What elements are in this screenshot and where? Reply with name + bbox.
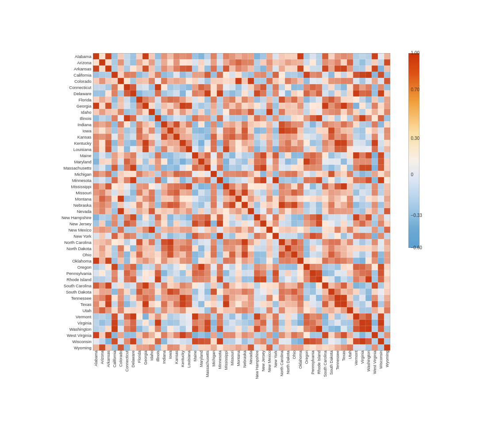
row-label-north-dakota: North Dakota — [51, 245, 93, 251]
col-label-mississippi: Mississippi — [223, 351, 229, 404]
row-label-idaho: Idaho — [51, 109, 93, 115]
row-label-north-carolina: North Carolina — [51, 239, 93, 245]
row-label-new-hampshire: New Hampshire — [51, 214, 93, 220]
col-label-north-dakota: North Dakota — [285, 351, 291, 404]
row-label-connecticut: Connecticut — [51, 84, 93, 90]
heatmap-row-col: AlabamaArizonaArkansasCaliforniaColorado… — [51, 53, 390, 404]
col-label-kansas: Kansas — [173, 351, 180, 404]
col-label-michigan: Michigan — [211, 351, 217, 404]
row-label-kansas: Kansas — [51, 134, 93, 140]
row-label-nebraska: Nebraska — [51, 202, 93, 208]
row-label-pennsylvania: Pennsylvania — [51, 270, 93, 276]
col-label-missouri: Missouri — [229, 351, 235, 404]
col-label-kentucky: Kentucky — [180, 351, 186, 404]
col-label-nevada: Nevada — [248, 351, 254, 404]
col-label-oregon: Oregon — [304, 351, 310, 404]
col-label-florida: Florida — [136, 351, 142, 404]
row-label-missouri: Missouri — [51, 189, 93, 196]
main-area: AlabamaArizonaArkansasCaliforniaColorado… — [46, 49, 431, 404]
row-label-tennessee: Tennessee — [51, 295, 93, 301]
chart-container: AlabamaArizonaArkansasCaliforniaColorado… — [0, 0, 477, 448]
col-label-virginia: Virginia — [359, 351, 365, 404]
col-label-oklahoma: Oklahoma — [297, 351, 304, 404]
col-label-georgia: Georgia — [142, 351, 149, 404]
col-label-iowa: Iowa — [167, 351, 173, 404]
row-label-mississippi: Mississippi — [51, 183, 93, 189]
col-label-nebraska: Nebraska — [242, 351, 248, 404]
col-label-maryland: Maryland — [198, 351, 204, 404]
row-labels-col: AlabamaArizonaArkansasCaliforniaColorado… — [51, 53, 93, 404]
row-label-michigan: Michigan — [51, 171, 93, 177]
col-label-minnesota: Minnesota — [217, 351, 223, 404]
col-label-louisiana: Louisiana — [186, 351, 192, 404]
row-label-delaware: Delaware — [51, 90, 93, 97]
col-label-rhode-island: Rhode Island — [316, 351, 322, 404]
col-label-arkansas: Arkansas — [105, 351, 112, 404]
row-label-new-york: New York — [51, 233, 93, 239]
row-label-rhode-island: Rhode Island — [51, 276, 93, 282]
col-label-massachusetts: Massachusetts — [204, 351, 211, 404]
row-label-montana: Montana — [51, 196, 93, 202]
col-label-tennessee: Tennessee — [335, 351, 341, 404]
col-labels-row: AlabamaArizonaArkansasCaliforniaColorado… — [93, 351, 390, 404]
col-label-new-hampshire: New Hampshire — [254, 351, 260, 404]
col-label-new-mexico: New Mexico — [266, 351, 273, 404]
col-label-new-york: New York — [273, 351, 279, 404]
row-label-minnesota: Minnesota — [51, 177, 93, 183]
row-label-virginia: Virginia — [51, 320, 93, 326]
row-label-utah: Utah — [51, 307, 93, 313]
row-label-maryland: Maryland — [51, 158, 93, 165]
col-label-idaho: Idaho — [149, 351, 155, 404]
colorbar-labels: 1.000.700.300−0.33−0.60 — [409, 53, 431, 248]
col-label-utah: Utah — [347, 351, 353, 404]
col-label-south-dakota: South Dakota — [328, 351, 335, 404]
col-label-new-jersey: New Jersey — [260, 351, 266, 404]
row-label-iowa: Iowa — [51, 127, 93, 134]
row-label-south-dakota: South Dakota — [51, 289, 93, 295]
colorbar-tick-0: 0 — [411, 172, 414, 177]
row-label-west-virginia: West Virginia — [51, 332, 93, 338]
colorbar-tick-100: 1.00 — [411, 50, 419, 55]
col-label-north-carolina: North Carolina — [279, 351, 285, 404]
row-label-maine: Maine — [51, 152, 93, 158]
colorbar-tick-−033: −0.33 — [411, 213, 422, 218]
row-label-arizona: Arizona — [51, 59, 93, 66]
row-label-oklahoma: Oklahoma — [51, 258, 93, 264]
col-label-maine: Maine — [192, 351, 198, 404]
row-label-new-jersey: New Jersey — [51, 220, 93, 227]
col-label-pennsylvania: Pennsylvania — [310, 351, 316, 404]
row-label-vermont: Vermont — [51, 313, 93, 320]
row-label-ohio: Ohio — [51, 251, 93, 258]
row-label-colorado: Colorado — [51, 78, 93, 84]
col-label-wisconsin: Wisconsin — [378, 351, 384, 404]
row-label-kentucky: Kentucky — [51, 140, 93, 146]
col-label-texas: Texas — [341, 351, 347, 404]
row-label-wyoming: Wyoming — [51, 344, 93, 351]
row-label-florida: Florida — [51, 97, 93, 103]
col-label-delaware: Delaware — [130, 351, 136, 404]
col-label-arizona: Arizona — [99, 351, 105, 404]
row-label-georgia: Georgia — [51, 103, 93, 109]
grid-and-col-labels: AlabamaArizonaArkansasCaliforniaColorado… — [93, 53, 390, 404]
col-label-alabama: Alabama — [93, 351, 99, 404]
row-label-arkansas: Arkansas — [51, 66, 93, 72]
row-label-washington: Washington — [51, 326, 93, 332]
col-label-south-carolina: South Carolina — [322, 351, 328, 404]
heatmap-canvas — [93, 53, 390, 351]
col-label-vermont: Vermont — [353, 351, 359, 404]
row-label-louisiana: Louisiana — [51, 146, 93, 152]
row-label-oregon: Oregon — [51, 264, 93, 270]
row-label-illinois: Illinois — [51, 115, 93, 121]
row-label-new-mexico: New Mexico — [51, 227, 93, 233]
col-label-indiana: Indiana — [161, 351, 167, 404]
row-label-nevada: Nevada — [51, 208, 93, 214]
col-label-washington: Washington — [365, 351, 372, 404]
row-label-alabama: Alabama — [51, 53, 93, 59]
col-label-california: California — [112, 351, 118, 404]
row-label-texas: Texas — [51, 301, 93, 307]
row-label-wisconsin: Wisconsin — [51, 338, 93, 344]
colorbar-wrapper: 1.000.700.300−0.33−0.60 — [397, 53, 431, 248]
colorbar-tick-030: 0.30 — [411, 136, 419, 141]
row-label-massachusetts: Massachusetts — [51, 165, 93, 171]
row-label-indiana: Indiana — [51, 121, 93, 127]
